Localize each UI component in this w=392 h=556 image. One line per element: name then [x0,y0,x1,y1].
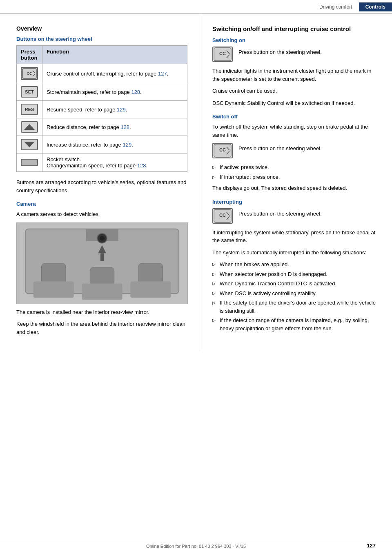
table-row-func-2: Store/maintain speed, refer to page 128. [42,83,187,101]
overview-title: Overview [16,25,187,32]
bullet-item: When selector lever position D is diseng… [212,270,380,278]
bullet-item: When Dynamic Traction Control DTC is act… [212,280,380,288]
btn-rocker-cell [17,153,42,172]
bullet-item: If interrupted: press once. [212,173,380,181]
table-row: SET Store/maintain speed, refer to page … [17,83,187,101]
btn-increase-cell [17,136,42,153]
svg-text:CC: CC [219,147,226,152]
btn-cc-icon: CC [21,67,38,80]
camera-text3: Keep the windshield in the area behind t… [16,320,187,336]
svg-rect-13 [42,263,66,284]
svg-text:CC: CC [27,71,32,76]
steering-button-icon-1: CC [212,47,233,62]
nav-items: Driving comfort Controls [313,2,392,11]
switch-off-icon-row: CC Press button on the steering wheel. [212,143,380,158]
svg-rect-15 [138,263,163,284]
table-row-func-6: Rocker switch.Change/maintain speed, ref… [42,153,187,172]
bullet-item: When DSC is actively controlling stabili… [212,289,380,298]
switching-on-icon-row: CC Press button on the steering wheel. [212,47,380,62]
btn-reduce-cell [17,118,42,136]
left-column: Overview Buttons on the steering wheel P… [0,14,200,351]
svg-rect-12 [100,253,104,261]
btn-set-cell: SET [17,83,42,101]
btn-set-icon: SET [21,86,38,98]
camera-subtitle: Camera [16,201,187,207]
svg-text:CC: CC [219,213,226,218]
camera-image [16,222,188,304]
switch-off-desc: The displays go out. The stored desired … [212,184,380,192]
camera-text1: A camera serves to detect vehicles. [16,210,187,218]
interrupting-desc1: If interrupting the system while station… [212,229,380,245]
bullet-item: If the detection range of the camera is … [212,316,380,332]
bullet-item: When the brakes are applied. [212,260,380,269]
table-col2-header: Function [42,46,187,64]
table-row: RES Resume speed, refer to page 129. [17,101,187,118]
svg-rect-17 [82,283,122,300]
right-column: Switching on/off and interrupting cruise… [200,14,392,351]
nav-controls: Controls [359,2,392,11]
switching-on-desc3: DSC Dynamic Stability Control will be sw… [212,99,380,107]
interrupting-desc2: The system is automatically interrupted … [212,249,380,257]
bullet-item: If active: press twice. [212,163,380,171]
svg-text:CC: CC [219,51,226,56]
table-row-func-3: Resume speed, refer to page 129. [42,101,187,118]
interrupting-btn-text: Press button on the steering wheel. [238,208,322,218]
bullet-item: If the safety belt and the driver's door… [212,299,380,315]
switch-off-text1: To switch off the system while standing,… [212,123,380,139]
main-title: Switching on/off and interrupting cruise… [212,25,380,32]
btn-cc-cell: CC [17,64,42,83]
top-nav: Driving comfort Controls [0,0,392,14]
btn-increase-icon [21,139,38,150]
interrupting-icon-row: CC Press button on the steering wheel. [212,208,380,224]
switching-on-text: Press button on the steering wheel. [238,47,322,56]
footer: Online Edition for Part no. 01 40 2 964 … [0,541,392,549]
table-row-func-5: Increase distance, refer to page 129. [42,136,187,153]
svg-marker-4 [24,124,35,130]
steering-button-icon-2: CC [212,143,233,158]
svg-marker-5 [24,142,35,147]
table-row: Rocker switch.Change/maintain speed, ref… [17,153,187,172]
table-row: Reduce distance, refer to page 128. [17,118,187,136]
buttons-table: Press button Function CC [16,45,187,172]
btn-res-cell: RES [17,101,42,118]
table-row: CC Cruise control on/off, interrupting, … [17,64,187,83]
switching-on-desc1: The indicator lights in the instrument c… [212,67,380,83]
switch-off-bullets: If active: press twice. If interrupted: … [212,163,380,181]
svg-rect-14 [90,267,114,285]
btn-res-icon: RES [21,104,38,115]
svg-rect-16 [33,281,74,298]
buttons-note: Buttons are arranged according to vehicl… [16,178,187,194]
switching-on-subtitle: Switching on [212,37,380,43]
footer-text: Online Edition for Part no. 01 40 2 964 … [146,544,246,549]
interrupting-bullets: When the brakes are applied. When select… [212,260,380,332]
interrupting-subtitle: Interrupting [212,199,380,205]
table-row: Increase distance, refer to page 129. [17,136,187,153]
page-number: 127 [367,543,376,549]
switching-on-desc2: Cruise control can be used. [212,87,380,95]
svg-rect-18 [130,281,171,298]
main-content: Overview Buttons on the steering wheel P… [0,14,392,351]
camera-text2: The camera is installed near the interio… [16,308,187,316]
buttons-subtitle: Buttons on the steering wheel [16,36,187,42]
nav-driving-comfort: Driving comfort [313,2,359,11]
switch-off-btn-text: Press button on the steering wheel. [238,143,322,153]
table-row-func-4: Reduce distance, refer to page 128. [42,118,187,136]
table-col1-header: Press button [17,46,42,64]
btn-rocker-icon [21,159,38,166]
switch-off-subtitle: Switch off [212,113,380,120]
btn-reduce-icon [21,121,38,133]
steering-button-icon-3: CC [212,208,233,224]
svg-point-10 [100,236,105,240]
table-row-func-1: Cruise control on/off, interrupting, ref… [42,64,187,83]
